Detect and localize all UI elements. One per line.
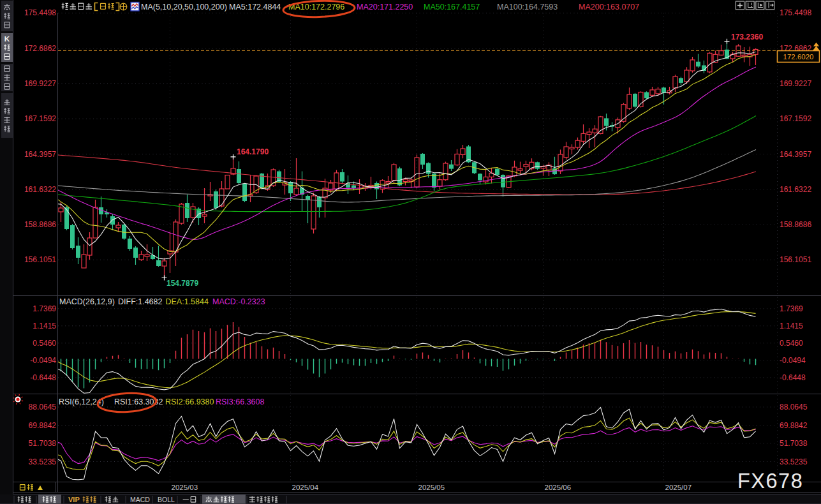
svg-text:69.8842: 69.8842 [29,421,57,430]
svg-text:2025/06: 2025/06 [545,484,572,491]
svg-text:VIP: VIP [68,496,80,503]
svg-text:161.6322: 161.6322 [780,185,811,194]
svg-text:169.9227: 169.9227 [780,79,811,88]
svg-text:-0.6448: -0.6448 [780,373,806,382]
svg-text:MA(5,10,20,50,100,200): MA(5,10,20,50,100,200) [141,3,227,11]
svg-text:0.5460: 0.5460 [33,339,56,348]
svg-text:RSI2:66.9380: RSI2:66.9380 [165,397,214,406]
svg-text:88.0645: 88.0645 [780,403,808,411]
svg-text:1.7369: 1.7369 [780,304,803,313]
svg-text:167.1592: 167.1592 [780,114,811,123]
svg-text:51.7038: 51.7038 [780,439,808,448]
svg-text:1.1415: 1.1415 [33,322,56,330]
svg-text:154.7879: 154.7879 [166,279,198,288]
svg-text:-0.6448: -0.6448 [30,373,56,382]
svg-text:MACD:-0.2323: MACD:-0.2323 [212,297,265,306]
svg-text:158.8686: 158.8686 [24,220,56,229]
svg-text:175.4498: 175.4498 [24,8,56,17]
svg-text:164.1790: 164.1790 [237,147,269,156]
svg-text:69.8842: 69.8842 [780,421,808,430]
svg-text:173.2360: 173.2360 [731,33,763,41]
svg-text:-0.0494: -0.0494 [780,356,806,365]
svg-text:33.5235: 33.5235 [780,457,808,466]
svg-text:169.9227: 169.9227 [24,79,56,88]
svg-text:MA200:163.0707: MA200:163.0707 [579,3,639,11]
svg-text:DIFF:1.4682: DIFF:1.4682 [118,297,163,306]
svg-text:MACD(26,12,9): MACD(26,12,9) [59,297,115,306]
svg-text:1.7369: 1.7369 [33,304,56,313]
svg-text:0.5460: 0.5460 [780,339,803,348]
svg-text:FX678: FX678 [737,470,803,493]
svg-text:158.8686: 158.8686 [780,220,811,229]
svg-text:2025/04: 2025/04 [292,484,319,491]
svg-text:161.6322: 161.6322 [24,185,56,194]
svg-text:DEA:1.5844: DEA:1.5844 [166,297,209,306]
svg-text:51.7038: 51.7038 [29,439,57,448]
svg-text:MACD: MACD [130,496,150,503]
svg-text:172.6020: 172.6020 [783,53,814,61]
svg-text:RSI3:66.3608: RSI3:66.3608 [216,397,264,406]
svg-text:MA5:172.4844: MA5:172.4844 [229,3,281,11]
svg-text:33.5235: 33.5235 [29,457,57,466]
svg-text:MA50:167.4157: MA50:167.4157 [424,3,480,11]
svg-text:K: K [4,35,10,43]
svg-text:156.1051: 156.1051 [24,255,56,264]
svg-text:2025/07: 2025/07 [665,484,692,491]
svg-text:2025/05: 2025/05 [418,484,445,491]
svg-text:MA100:164.7593: MA100:164.7593 [497,3,558,11]
svg-text:164.3957: 164.3957 [780,150,811,159]
svg-text:MA20:171.2250: MA20:171.2250 [357,3,413,11]
svg-text:88.0645: 88.0645 [29,403,57,411]
svg-text:-0.0494: -0.0494 [30,356,56,365]
svg-text:172.6862: 172.6862 [24,44,56,53]
svg-text:167.1592: 167.1592 [24,114,56,123]
svg-text:2025/03: 2025/03 [172,484,198,491]
svg-text:164.3957: 164.3957 [24,150,56,159]
svg-text:1.1415: 1.1415 [780,322,803,330]
svg-text:156.1051: 156.1051 [780,255,811,264]
svg-text:BOLL: BOLL [158,496,175,503]
svg-text:175.4498: 175.4498 [780,8,811,17]
